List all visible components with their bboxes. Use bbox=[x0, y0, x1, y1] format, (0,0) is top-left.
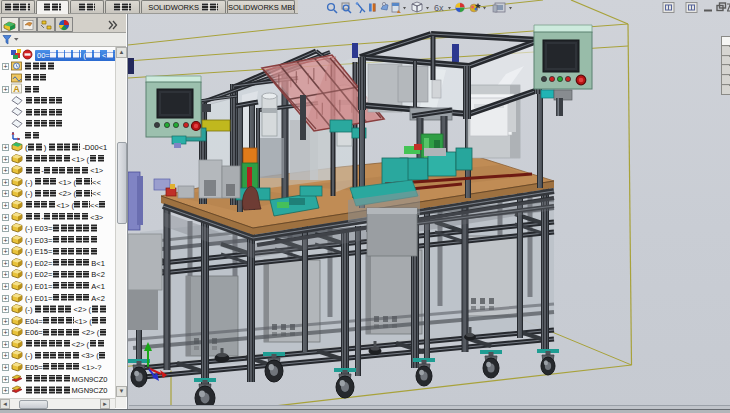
svg-text:A: A bbox=[13, 84, 20, 94]
svg-text:6x: 6x bbox=[434, 3, 444, 13]
